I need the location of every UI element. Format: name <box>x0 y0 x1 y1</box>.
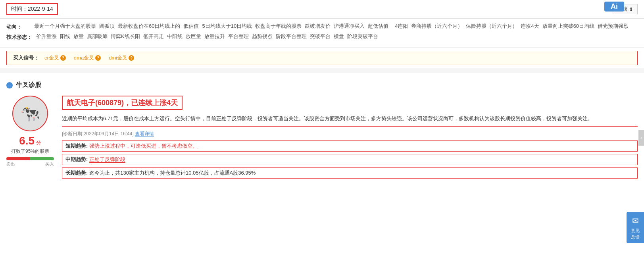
signal-dma-name: dma金叉 <box>74 54 94 62</box>
signal-dma-help[interactable]: ? <box>95 55 101 61</box>
time-display: 时间：2022-9-14 <box>6 3 58 15</box>
dongxiang-label: 动向： <box>6 23 30 31</box>
trend-short-content: 强势上涨过程中，可逢低买进，暂不考虑做空。 <box>89 142 198 150</box>
tag-diguzhi[interactable]: 低估值 <box>183 23 199 30</box>
bar-label-right: 买入 <box>45 161 54 167</box>
score-display: 6.5 分 <box>19 135 41 147</box>
tag-fangjuliang[interactable]: 放巨量 <box>186 33 201 40</box>
top-bar: 时间：2022-9-14 日线 ⇕ <box>0 0 644 19</box>
tag-jieduantupo[interactable]: 阶段突破平台 <box>347 33 378 40</box>
stock-title: 航天电子(600879)，已连续上涨4天 <box>62 96 183 110</box>
tag-lianzang4[interactable]: 连涨4天 <box>521 23 539 30</box>
section-title: 牛叉诊股 <box>6 81 638 89</box>
signal-dma[interactable]: dma金叉 ? <box>74 54 101 62</box>
jishu-label: 技术形态： <box>6 33 32 41</box>
tag-zhongyangxian[interactable]: 中阳线 <box>167 33 183 40</box>
tag-baoxian[interactable]: 保险持股（近六个月） <box>466 23 517 30</box>
sidebar-arrow-icon: › <box>640 135 642 140</box>
diagnosis-section: 牛叉诊股 🐄 6.5 分 打败了95%的股票 卖出 买入 航天电子(600879… <box>0 76 644 183</box>
tag-quanshang[interactable]: 券商持股（近六个月） <box>411 23 463 30</box>
bar-labels: 卖出 买入 <box>6 161 54 167</box>
tag-hengpan[interactable]: 横盘 <box>334 33 344 40</box>
signal-cr[interactable]: cr金叉 ? <box>44 54 66 62</box>
tag-hugangma[interactable]: 沪港通净买入 <box>334 23 365 30</box>
dot-icon <box>6 82 13 88</box>
top-badge[interactable]: Ai <box>604 2 624 12</box>
signal-cr-help[interactable]: ? <box>60 55 66 61</box>
score-value: 6.5 <box>19 135 35 147</box>
trend-long-content: 迄今为止，共130家主力机构，持仓量总计10.05亿股，占流通A股36.95% <box>89 169 256 177</box>
divider <box>0 68 644 73</box>
buy-signal-section: 买入信号： cr金叉 ? dma金叉 ? dmi金叉 ? <box>6 51 638 65</box>
tag-shoupanian[interactable]: 收盘高于年线的股票 <box>255 23 302 30</box>
signal-dmi-help[interactable]: ? <box>129 55 134 61</box>
stock-desc: 近期的平均成本为6.71元，股价在成本上方运行。空头行情中，目前正处于反弹阶段，… <box>62 114 638 127</box>
trend-mid: 中期趋势: 正处于反弹阶段 <box>62 154 638 165</box>
tag-jieduanpingtai[interactable]: 阶段平台整理 <box>276 33 307 40</box>
tag-qushinaodian[interactable]: 趋势拐点 <box>252 33 273 40</box>
tag-dikaigaozou[interactable]: 低开高走 <box>143 33 164 40</box>
trend-long: 长期趋势: 迄今为止，共130家主力机构，持仓量总计10.05亿股，占流通A股3… <box>62 167 638 179</box>
trend-rows: 短期趋势: 强势上涨过程中，可逢低买进，暂不考虑做空。 中期趋势: 正处于反弹阶… <box>62 140 638 179</box>
dongxiang-row: 动向： 最近一个月强于大盘的股票 圆弧顶 最新收盘价在60日均线上的 低估值 5… <box>6 23 638 31</box>
trend-mid-content: 正处于反弹阶段 <box>89 156 125 163</box>
tag-fangliang60[interactable]: 放量向上突破60日均线 <box>542 23 594 30</box>
jishu-tags: 价升量涨 阳线 放量 底部吸筹 博弈K线长阳 低开高走 中阳线 放巨量 放量拉升… <box>36 33 638 40</box>
diag-detail-link[interactable]: 查看详情 <box>135 131 154 137</box>
trend-long-label: 长期趋势: <box>65 169 88 177</box>
score-desc: 打败了95%的股票 <box>11 148 49 155</box>
trend-short: 短期趋势: 强势上涨过程中，可逢低买进，暂不考虑做空。 <box>62 140 638 152</box>
tag-fangliangla[interactable]: 放量拉升 <box>204 33 225 40</box>
tag-dibuxichou[interactable]: 底部吸筹 <box>87 33 108 40</box>
stock-card: 🐄 6.5 分 打败了95%的股票 卖出 买入 航天电子(600879)，已连续… <box>6 96 638 179</box>
tag-qiangyu[interactable]: 最近一个月强于大盘的股票 <box>34 23 96 30</box>
jishu-row: 技术形态： 价升量涨 阳线 放量 底部吸筹 博弈K线长阳 低开高走 中阳线 放巨… <box>6 33 638 41</box>
tag-jiashengliangzhang[interactable]: 价升量涨 <box>36 33 57 40</box>
trend-short-link[interactable]: 强势上涨过程中，可逢低买进，暂不考虑做空。 <box>89 143 198 149</box>
tag-5ri10ri[interactable]: 5日均线大于10日均线 <box>202 23 252 30</box>
trend-mid-link[interactable]: 正处于反弹阶段 <box>89 156 125 163</box>
filter-section: 动向： 最近一个月强于大盘的股票 圆弧顶 最新收盘价在60日均线上的 低估值 5… <box>0 19 644 48</box>
tag-fangliang[interactable]: 放量 <box>73 33 84 40</box>
date-selector-arrow: ⇕ <box>629 6 633 12</box>
tag-4lianyang[interactable]: 4连阳 <box>395 23 408 30</box>
diag-date: [诊断日期:2022年09月14日 16:44] 查看详情 <box>62 131 638 137</box>
tag-jiekeyuqi[interactable]: 借壳预期强烈 <box>598 23 629 30</box>
tag-yangxian[interactable]: 阳线 <box>60 33 70 40</box>
trend-short-label: 短期趋势: <box>65 142 88 150</box>
tag-chaodi[interactable]: 超低估值 <box>368 23 388 30</box>
dongxiang-tags: 最近一个月强于大盘的股票 圆弧顶 最新收盘价在60日均线上的 低估值 5日均线大… <box>34 23 638 30</box>
tag-yuanhujing[interactable]: 圆弧顶 <box>99 23 115 30</box>
diag-date-text: [诊断日期:2022年09月14日 16:44] <box>62 131 134 137</box>
score-bar <box>6 157 54 160</box>
signal-cr-name: cr金叉 <box>44 54 59 62</box>
tag-tupopin[interactable]: 突破平台 <box>310 33 331 40</box>
signal-dmi[interactable]: dmi金叉 ? <box>109 54 134 62</box>
score-unit: 分 <box>36 140 41 146</box>
score-bar-wrap: 卖出 买入 <box>6 157 54 167</box>
signal-dmi-name: dmi金叉 <box>109 54 127 62</box>
score-panel: 🐄 6.5 分 打败了95%的股票 卖出 买入 <box>6 96 54 167</box>
trend-mid-label: 中期趋势: <box>65 156 88 163</box>
tag-boyi[interactable]: 博弈K线长阳 <box>111 33 140 40</box>
bar-label-left: 卖出 <box>6 161 15 167</box>
cow-avatar: 🐄 <box>12 96 48 131</box>
tag-pingtaizhengli[interactable]: 平台整理 <box>228 33 249 40</box>
buy-signal-label: 买入信号： <box>13 54 39 62</box>
section-title-text: 牛叉诊股 <box>16 81 41 89</box>
tag-diepozengfa[interactable]: 跌破增发价 <box>305 23 331 30</box>
tag-shoupa60[interactable]: 最新收盘价在60日均线上的 <box>118 23 180 30</box>
stock-info: 航天电子(600879)，已连续上涨4天 近期的平均成本为6.71元，股价在成本… <box>62 96 638 179</box>
sidebar-arrow[interactable]: › <box>638 130 644 146</box>
